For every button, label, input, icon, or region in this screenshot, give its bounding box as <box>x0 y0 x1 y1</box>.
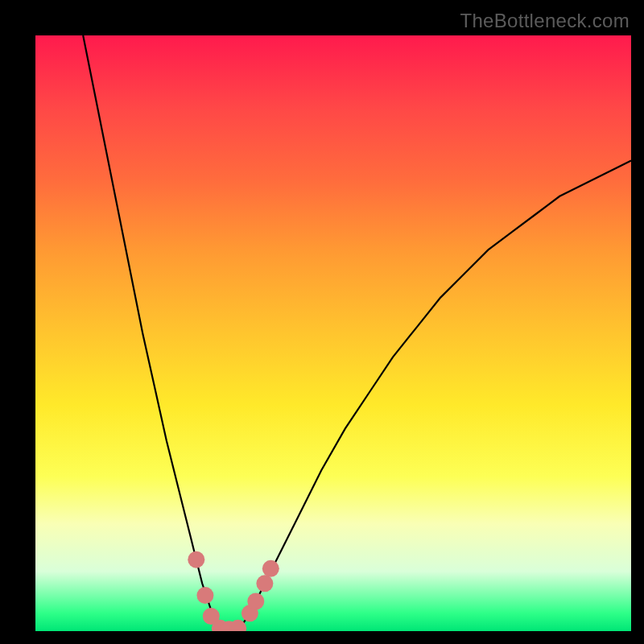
data-marker-8 <box>256 575 273 592</box>
curve-right <box>238 160 631 631</box>
marker-group <box>188 551 279 631</box>
chart-plot-area <box>35 35 631 631</box>
data-marker-7 <box>247 593 264 610</box>
data-marker-1 <box>196 587 213 604</box>
curve-right-group <box>238 160 631 631</box>
watermark-text: TheBottleneck.com <box>460 10 630 32</box>
chart-frame: TheBottleneck.com <box>0 0 644 644</box>
data-marker-0 <box>188 551 204 568</box>
chart-svg <box>35 35 631 631</box>
curve-left <box>83 35 220 631</box>
curve-left-group <box>83 35 220 631</box>
data-marker-9 <box>262 560 279 577</box>
